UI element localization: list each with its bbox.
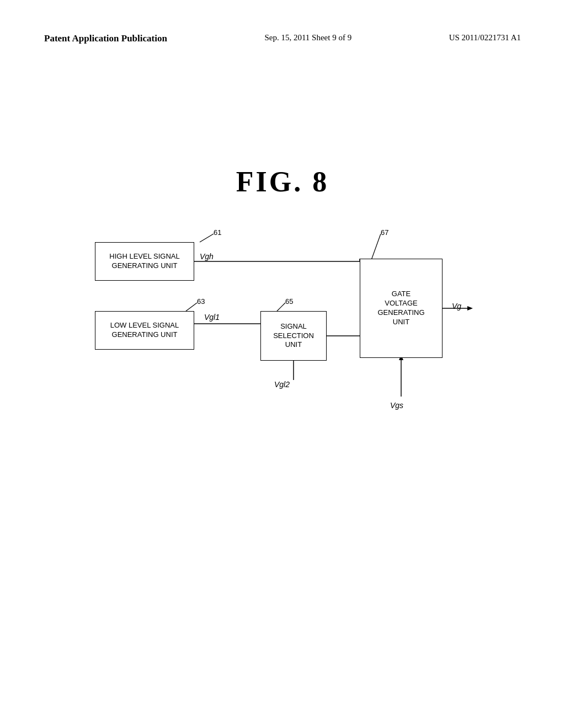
page: Patent Application Publication Sep. 15, …: [0, 0, 565, 728]
header: Patent Application Publication Sep. 15, …: [44, 33, 521, 44]
svg-line-12: [277, 303, 285, 311]
svg-line-9: [200, 234, 214, 242]
ref-label-67: 67: [381, 228, 388, 237]
header-publication-label: Patent Application Publication: [44, 33, 167, 44]
signal-vg: Vg: [452, 302, 461, 311]
svg-line-11: [186, 303, 197, 311]
svg-marker-6: [467, 306, 473, 311]
diagram-area: HIGH LEVEL SIGNALGENERATING UNIT 61 LOW …: [89, 226, 476, 457]
figure-title: FIG. 8: [44, 165, 521, 198]
header-date-sheet: Sep. 15, 2011 Sheet 9 of 9: [264, 33, 351, 42]
signal-vgl2: Vgl2: [274, 380, 290, 389]
signal-vgs: Vgs: [390, 401, 403, 410]
ref-label-63: 63: [197, 297, 205, 306]
signal-vgh: Vgh: [200, 252, 214, 261]
block-signal-selection: SIGNALSELECTIONUNIT: [260, 311, 327, 361]
block-high-level-signal: HIGH LEVEL SIGNALGENERATING UNIT: [95, 242, 194, 281]
ref-label-61: 61: [214, 228, 221, 237]
svg-line-10: [371, 234, 381, 261]
ref-label-65: 65: [285, 297, 293, 306]
block-gate-voltage: GATEVOLTAGEGENERATINGUNIT: [360, 259, 443, 358]
header-patent-number: US 2011/0221731 A1: [449, 33, 521, 42]
block-low-level-signal: LOW LEVEL SIGNALGENERATING UNIT: [95, 311, 194, 350]
signal-vgl1: Vgl1: [204, 313, 220, 322]
